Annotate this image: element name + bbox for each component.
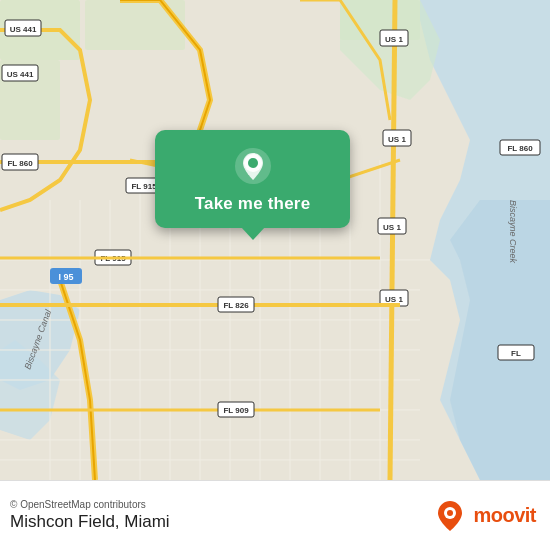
svg-text:US 1: US 1 (385, 35, 403, 44)
svg-point-67 (447, 510, 453, 516)
svg-text:US 441: US 441 (7, 70, 34, 79)
bottom-bar: © OpenStreetMap contributors Mishcon Fie… (0, 480, 550, 550)
map-container: I 95 I 95 US 1 US 1 US 1 US 1 US 441 US … (0, 0, 550, 480)
take-me-there-button[interactable]: Take me there (155, 130, 350, 228)
svg-text:FL: FL (511, 349, 521, 358)
svg-text:FL 915: FL 915 (131, 182, 157, 191)
svg-text:I 95: I 95 (58, 272, 73, 282)
svg-text:FL 860: FL 860 (507, 144, 533, 153)
svg-text:US 1: US 1 (385, 295, 403, 304)
attribution-text: © OpenStreetMap contributors (10, 499, 170, 510)
svg-text:FL 826: FL 826 (223, 301, 249, 310)
popup-label: Take me there (195, 194, 311, 214)
svg-text:FL 909: FL 909 (223, 406, 249, 415)
svg-point-65 (248, 158, 258, 168)
svg-text:Biscayne Creek: Biscayne Creek (508, 200, 518, 264)
location-name: Mishcon Field, Miami (10, 512, 170, 532)
moovit-logo: moovit (433, 499, 536, 533)
map-svg: I 95 I 95 US 1 US 1 US 1 US 1 US 441 US … (0, 0, 550, 480)
location-pin-icon (233, 146, 273, 186)
svg-text:US 1: US 1 (383, 223, 401, 232)
svg-text:US 1: US 1 (388, 135, 406, 144)
bottom-left-info: © OpenStreetMap contributors Mishcon Fie… (10, 499, 170, 532)
svg-text:US 441: US 441 (10, 25, 37, 34)
svg-text:FL 860: FL 860 (7, 159, 33, 168)
svg-rect-2 (85, 0, 185, 50)
moovit-pin-icon (433, 499, 467, 533)
moovit-text: moovit (473, 504, 536, 527)
